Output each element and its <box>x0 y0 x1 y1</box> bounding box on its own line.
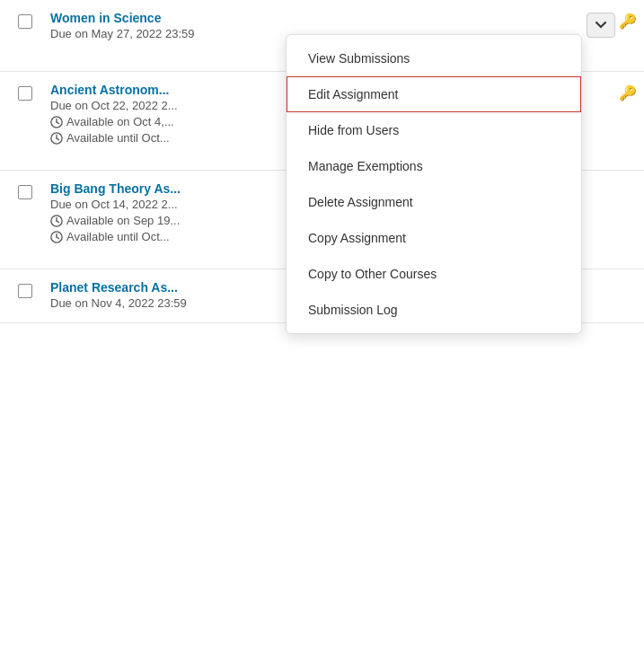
row-checkbox[interactable] <box>18 284 32 298</box>
menu-item-hide-from-users[interactable]: Hide from Users <box>287 112 581 148</box>
dropdown-button[interactable] <box>587 13 615 38</box>
row-checkbox-col <box>7 83 43 101</box>
menu-item-view-submissions[interactable]: View Submissions <box>287 40 581 76</box>
row-checkbox-col <box>7 181 43 199</box>
row-checkbox[interactable] <box>18 14 32 29</box>
key-icon: 🔑 <box>619 84 637 101</box>
svg-line-2 <box>57 122 59 124</box>
row-checkbox-col <box>7 11 43 29</box>
menu-item-manage-exemptions[interactable]: Manage Exemptions <box>287 148 581 184</box>
row-actions: 🔑 <box>587 11 637 38</box>
menu-item-submission-log[interactable]: Submission Log <box>287 292 581 328</box>
chevron-down-icon <box>595 22 606 29</box>
clock-icon <box>50 132 63 145</box>
assignment-title[interactable]: Women in Science <box>50 11 587 25</box>
clock-icon <box>50 215 63 227</box>
svg-line-5 <box>57 138 59 140</box>
svg-line-8 <box>57 221 59 223</box>
dropdown-menu: View Submissions Edit Assignment Hide fr… <box>286 34 582 334</box>
clock-icon <box>50 231 63 243</box>
row-actions: 🔑 <box>619 83 637 101</box>
menu-item-edit-assignment[interactable]: Edit Assignment <box>287 76 581 112</box>
menu-item-delete-assignment[interactable]: Delete Assignment <box>287 184 581 220</box>
row-checkbox[interactable] <box>18 185 32 199</box>
clock-icon <box>50 116 63 128</box>
assignments-table: Women in Science Due on May 27, 2022 23:… <box>0 0 644 652</box>
key-icon: 🔑 <box>619 13 637 30</box>
menu-item-copy-assignment[interactable]: Copy Assignment <box>287 220 581 256</box>
row-checkbox[interactable] <box>18 86 32 101</box>
menu-item-copy-to-other-courses[interactable]: Copy to Other Courses <box>287 256 581 292</box>
svg-line-11 <box>57 237 59 239</box>
row-checkbox-col <box>7 280 43 298</box>
